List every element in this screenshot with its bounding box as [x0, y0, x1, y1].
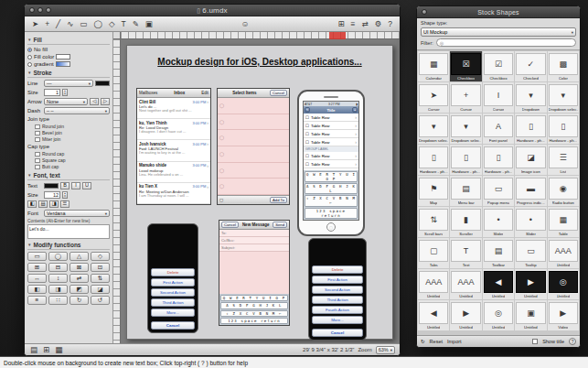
rectangle-tool-icon[interactable]: ▭ [79, 19, 88, 29]
shape-cell[interactable]: ▩ Color [548, 51, 579, 81]
shape-cell[interactable]: + Cursor [450, 82, 481, 113]
close-button[interactable] [422, 9, 427, 15]
modify-icon-button[interactable]: ⊞ [27, 263, 47, 272]
modify-icon-button[interactable]: ◇ [91, 252, 110, 261]
shape-cell[interactable]: ▬ Progress indic... [515, 176, 546, 206]
bold-button[interactable]: B [60, 182, 69, 189]
shape-cell[interactable]: ▦ Table [548, 207, 579, 237]
iphone-mockup[interactable]: AT&T3:27 PM▮ <Title+ ☐Table Row›☐Table R… [297, 90, 365, 236]
modify-icon-button[interactable]: ≡ [27, 296, 47, 305]
help-button[interactable]: ? [569, 338, 576, 345]
stroke-size-stepper[interactable]: ▴▾ [62, 89, 68, 96]
shape-cell[interactable]: ⇅ Scroll bars [418, 207, 449, 237]
zoom-dropdown[interactable]: 63%▾ [376, 346, 395, 354]
fill-color-option[interactable]: Fill color [27, 54, 110, 60]
modify-icon-button[interactable]: ◪ [91, 285, 110, 294]
modify-section-header[interactable]: ▼Modify functions [27, 241, 110, 250]
shape-cell[interactable]: ◀ Untitled [418, 300, 449, 330]
shape-cell[interactable]: ▯ Hardware - ph... [450, 145, 481, 175]
pages-icon[interactable]: ▦ [54, 345, 63, 355]
help-icon[interactable]: ? [387, 19, 393, 29]
shape-cell[interactable]: AAA Untitled [418, 269, 449, 299]
text-size-stepper[interactable]: ▴▾ [62, 191, 68, 199]
join-type-option[interactable]: Round join [35, 124, 110, 129]
move-tool-icon[interactable]: + [44, 19, 50, 29]
filter-search-input[interactable]: ◎ [436, 38, 576, 47]
page-heading[interactable]: Mockup design for iOS, Desktop applicati… [127, 57, 392, 67]
shape-cell[interactable]: AAA Untitled [548, 238, 579, 268]
import-button[interactable]: Import [447, 339, 462, 344]
font-family-dropdown[interactable]: Verdana▾ [44, 210, 110, 217]
cap-type-option[interactable]: Square cap [35, 157, 110, 163]
modify-icon-button[interactable]: ↻ [69, 296, 89, 305]
modify-icon-button[interactable]: ⇄ [69, 274, 89, 283]
align-justify-button[interactable]: ☰ [60, 200, 69, 208]
fill-color-swatch[interactable] [56, 54, 70, 60]
shape-cell[interactable]: ▾ Dropdown selec... [418, 114, 449, 144]
shape-cell[interactable]: ▾ Dropdown selec... [450, 114, 481, 144]
phone-action-sheet-mockup-2[interactable]: DeleteFirst ActionSecond ActionThird Act… [308, 238, 367, 341]
shape-type-dropdown[interactable]: UI Mockup▾ [421, 27, 576, 37]
shape-cell[interactable]: ▭ Popup menu [483, 176, 514, 206]
text-tool-icon[interactable]: T [120, 19, 126, 29]
modify-icon-button[interactable]: ⊡ [91, 263, 110, 272]
line-tool-icon[interactable]: ╱ [55, 19, 61, 29]
shape-cell[interactable]: ☒ Checkbox [450, 51, 481, 81]
join-type-option[interactable]: Miter join [35, 136, 110, 142]
show-title-checkbox[interactable] [532, 339, 538, 344]
modify-icon-button[interactable]: ∷ [48, 296, 68, 305]
new-message-mockup[interactable]: Cancel New Message Send To:Cc/Bcc:Subjec… [219, 220, 290, 326]
shape-cell[interactable]: ▾ Dropdown selec... [548, 82, 579, 113]
shape-cell[interactable]: • Slider [515, 207, 546, 237]
modify-icon-button[interactable]: ◩ [69, 285, 89, 294]
shape-cell[interactable]: ▣ Untitled [515, 300, 546, 330]
shape-cell[interactable]: ▮ Scroller [450, 207, 481, 237]
contents-textarea[interactable]: Let's do... [27, 224, 110, 239]
arrow-dropdown[interactable]: None▾ [44, 98, 88, 105]
shape-cell[interactable]: • Slider [483, 207, 514, 237]
modify-icon-button[interactable]: ⊠ [69, 263, 89, 272]
shape-cell[interactable]: ◎ Untitled [548, 269, 579, 299]
modify-icon-button[interactable]: ⊟ [48, 263, 68, 272]
align-right-button[interactable]: ◨ [49, 200, 59, 208]
text-color-swatch[interactable] [44, 183, 59, 189]
modify-icon-button[interactable]: ↔ [27, 274, 47, 283]
stroke-section-header[interactable]: ▼Stroke [27, 69, 110, 78]
shape-cell[interactable]: ➤ Cursor [418, 82, 449, 113]
text-size-field[interactable]: 12 [44, 191, 60, 199]
shape-cell[interactable]: T Text [450, 238, 481, 268]
shape-cell[interactable]: ☰ List [548, 145, 579, 175]
reset-button[interactable]: Reset [430, 339, 443, 344]
canvas-area[interactable]: Mockup design for iOS, Desktop applicati… [113, 32, 400, 343]
shape-cell[interactable]: AAA Untitled [450, 269, 481, 299]
image-tool-icon[interactable]: ▣ [144, 19, 154, 29]
no-fill-option[interactable]: No fill [27, 47, 110, 52]
shape-cell[interactable]: ◎ Untitled [483, 300, 514, 330]
polygon-tool-icon[interactable]: ◇ [108, 19, 116, 29]
layers-icon[interactable]: ≡ [350, 19, 357, 29]
pointer-tool-icon[interactable]: ➤ [31, 19, 39, 29]
document-page[interactable]: Mockup design for iOS, Desktop applicati… [126, 45, 393, 340]
close-button[interactable] [29, 7, 35, 13]
main-window-titlebar[interactable]: ▯6.umdx [25, 5, 400, 16]
modify-icon-button[interactable]: ↕ [48, 274, 68, 283]
align-left-button[interactable]: ◧ [27, 200, 37, 208]
grid-toggle-icon[interactable]: ⊞ [337, 19, 345, 29]
italic-button[interactable]: I [71, 182, 80, 189]
modify-icon-button[interactable]: ◯ [48, 252, 68, 261]
shape-cell[interactable]: ▶ Untitled [515, 269, 546, 299]
shape-cell[interactable]: ▤ Toolbar [483, 238, 514, 268]
align-center-button[interactable]: ▤ [38, 200, 48, 208]
shape-cell[interactable]: ▯ Hardware - ph... [483, 145, 514, 175]
font-section-header[interactable]: ▼Font, text [27, 171, 110, 180]
page-list-icon[interactable]: ▤ [29, 345, 38, 355]
shape-cell[interactable]: ▤ Menu bar [450, 176, 481, 206]
join-type-option[interactable]: Bevel join [35, 130, 110, 135]
shape-cell[interactable]: ▯ Hardware - ph... [515, 114, 546, 144]
modify-icon-button[interactable]: ▭ [27, 252, 47, 261]
shape-cell[interactable]: A Font panel [483, 114, 514, 144]
transform-icon[interactable]: ⇄ [361, 19, 369, 29]
shape-cell[interactable]: ▶ Video [548, 300, 579, 330]
grid-view-icon[interactable]: ⊞ [42, 345, 50, 355]
pen-tool-icon[interactable]: ✎ [132, 19, 140, 29]
